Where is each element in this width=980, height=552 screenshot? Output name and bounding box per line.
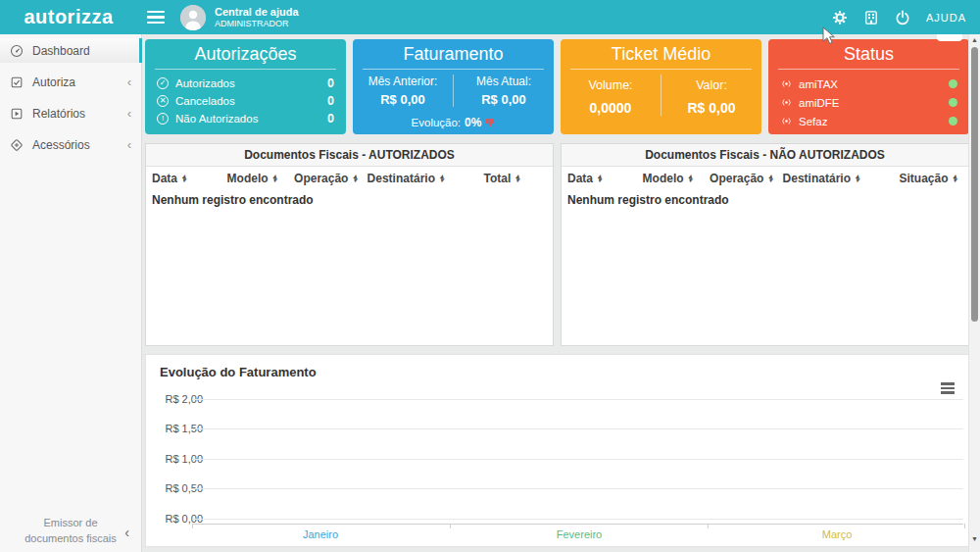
divider [155,69,336,70]
footer-line2: documentos fiscais [0,531,141,546]
report-icon [10,107,24,121]
gridline [192,399,963,400]
column-header-modelo[interactable]: Modelo▴▾ [227,172,295,185]
x-axis-tick [708,524,709,528]
column-header-destinatario[interactable]: Destinatário▴▾ [783,172,900,185]
stat-label: Cancelados [175,95,235,107]
table-header-row: Data▴▾ Modelo▴▾ Operação▴▾ Destinatário▴… [146,167,553,189]
user-role: ADMINISTRADOR [215,19,299,28]
sort-icon[interactable]: ▴▾ [515,175,519,183]
collapse-sidebar-icon[interactable]: ‹ [124,524,129,543]
sort-icon[interactable]: ▴▾ [182,175,186,183]
footer-line1: Emissor de [0,516,141,530]
sort-icon[interactable]: ▴▾ [353,175,357,183]
status-online-dot [949,98,957,107]
sidebar-item-acessorios[interactable]: Acessórios ‹ [0,132,141,157]
card-title: Status [768,39,969,65]
chart-menu-icon[interactable] [941,382,955,394]
status-online-dot [949,79,957,88]
column-header-data[interactable]: Data▴▾ [152,172,227,185]
document-tables: Documentos Fiscais - AUTORIZADOS Data▴▾ … [145,143,969,346]
stat-row-autorizados: ✓ Autorizados 0 [145,75,346,92]
sort-icon[interactable]: ▴▾ [689,175,693,183]
card-autorizacoes: Autorizações ✓ Autorizados 0 ✕ Cancelado… [145,39,346,134]
service-row-sefaz: Sefaz [768,112,969,130]
sidebar-item-relatorios[interactable]: Relatórios ‹ [0,101,141,125]
evolution-label: Evolução: [412,117,462,128]
scrollbar-thumb[interactable] [971,47,978,322]
evolution-row: Evolução: 0% [353,116,554,129]
avatar[interactable] [180,5,206,30]
help-link[interactable]: AJUDA [926,12,966,24]
gridline [192,428,963,429]
column-header-operacao[interactable]: Operação▴▾ [710,172,783,185]
service-label: amiDFE [799,97,840,109]
stat-label: Autorizados [175,77,235,89]
menu-toggle-icon[interactable] [147,11,165,25]
table-title: Documentos Fiscais - AUTORIZADOS [146,144,553,167]
sidebar-item-dashboard[interactable]: Dashboard [0,38,141,63]
empty-message: Nenhum registro encontrado [562,189,968,211]
column-header-data[interactable]: Data▴▾ [567,172,643,185]
divider [570,69,752,70]
company-building-icon[interactable] [863,10,879,25]
sidebar-item-label: Acessórios [32,138,90,152]
column-header-modelo[interactable]: Modelo▴▾ [643,172,710,185]
table-not-authorized: Documentos Fiscais - NÃO AUTORIZADOS Dat… [561,143,969,346]
card-faturamento: Faturamento Mês Anterior: R$ 0,00 Mês At… [353,39,554,134]
page-scrollbar[interactable]: ▲ ▼ [968,34,980,552]
table-title: Documentos Fiscais - NÃO AUTORIZADOS [562,144,968,167]
gridline [192,519,963,520]
sidebar-item-autoriza[interactable]: Autoriza ‹ [0,70,141,94]
sort-icon[interactable]: ▴▾ [856,175,859,183]
signal-icon [780,77,793,90]
signal-icon [780,96,793,109]
column-header-destinatario[interactable]: Destinatário▴▾ [368,172,484,185]
x-axis-tick [450,524,451,528]
signal-icon [780,115,793,127]
sidebar-item-label: Relatórios [32,107,85,121]
status-online-dot [949,117,957,125]
empty-message: Nenhum registro encontrado [146,189,553,211]
table-header-row: Data▴▾ Modelo▴▾ Operação▴▾ Destinatário▴… [562,167,968,189]
volume-label: Volume: [561,78,661,92]
x-axis-tick [964,524,965,528]
evolution-value: 0% [465,116,481,129]
card-title: Autorizações [145,39,346,65]
x-tick-label-marco[interactable]: Março [788,528,886,540]
column-header-situacao[interactable]: Situação▴▾ [899,172,961,185]
previous-month: Mês Anterior: R$ 0,00 [353,75,453,107]
scroll-up-arrow-icon[interactable]: ▲ [969,36,980,43]
column-header-total[interactable]: Total▴▾ [483,172,546,185]
service-label: amiTAX [799,78,838,90]
stat-label: Não Autorizados [175,113,258,125]
power-icon[interactable] [895,10,910,25]
gear-icon[interactable] [832,10,848,25]
card-title: Ticket Médio [561,39,761,65]
current-month-label: Mês Atual: [454,75,554,88]
stat-value: 0 [327,112,334,125]
x-tick-label-janeiro[interactable]: Janeiro [271,528,369,540]
x-tick-label-fevereiro[interactable]: Fevereiro [530,528,628,540]
sort-icon[interactable]: ▴▾ [273,175,277,183]
stat-row-nao-autorizados: ! Não Autorizados 0 [145,110,346,127]
gauge-icon [10,44,24,58]
sort-icon[interactable]: ▴▾ [768,175,772,183]
service-row-amitax: amiTAX [768,75,969,93]
divider [778,69,959,70]
sort-icon[interactable]: ▴▾ [954,175,957,183]
valor-value: R$ 0,00 [662,100,761,116]
table-authorized: Documentos Fiscais - AUTORIZADOS Data▴▾ … [145,143,554,346]
x-axis-line [192,524,963,525]
volume: Volume: 0,0000 [561,75,661,116]
scroll-down-arrow-icon[interactable]: ▼ [969,535,980,542]
sidebar: Dashboard Autoriza ‹ Relatórios ‹ Acessó… [0,34,142,552]
summary-cards: Autorizações ✓ Autorizados 0 ✕ Cancelado… [145,39,969,134]
thumbs-down-icon [485,118,495,127]
user-info[interactable]: Central de ajuda ADMINISTRADOR [215,6,299,28]
sidebar-item-label: Dashboard [32,44,90,58]
column-header-operacao[interactable]: Operação▴▾ [294,172,368,185]
sort-icon[interactable]: ▴▾ [440,175,444,183]
sort-icon[interactable]: ▴▾ [598,175,602,183]
valor-label: Valor: [662,78,761,92]
